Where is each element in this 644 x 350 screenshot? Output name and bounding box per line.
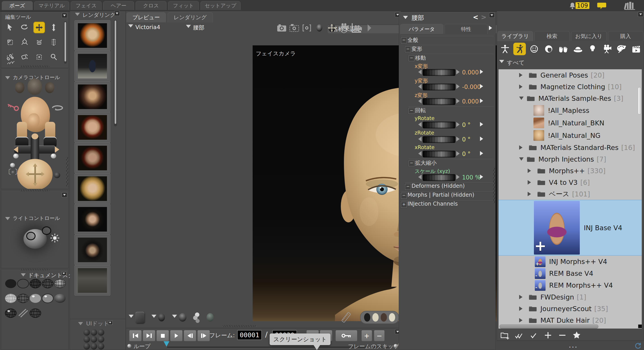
keyframe-button[interactable] (336, 330, 357, 341)
bg-color-black[interactable] (364, 313, 370, 322)
timeline-position-marker[interactable] (164, 341, 170, 350)
render-thumbnail[interactable] (74, 51, 110, 81)
parameter-value[interactable]: 0.000 (462, 69, 479, 76)
dial-decrement[interactable] (418, 122, 422, 127)
taper-tool-button[interactable] (48, 36, 60, 48)
orb-bracket-button[interactable] (300, 23, 313, 33)
single-check-button[interactable] (528, 330, 539, 340)
collapse-toggle[interactable]: − (408, 160, 415, 167)
tree-expand-arrow[interactable] (519, 145, 525, 150)
orbit-ring-icon[interactable] (51, 104, 64, 111)
camera-sphere-dark[interactable] (54, 172, 60, 178)
dial-decrement[interactable] (418, 69, 422, 74)
param-tab-properties[interactable]: 特性 (444, 24, 488, 34)
parameter-value[interactable]: 0 ° (462, 136, 470, 143)
video-camera-diamond-button[interactable] (338, 23, 351, 33)
document-style-11[interactable] (5, 308, 17, 318)
param-tab-parameters[interactable]: パラメータ (400, 24, 443, 34)
view-magnify-tool-button[interactable] (48, 51, 60, 63)
tree-expand-arrow[interactable] (528, 169, 533, 173)
document-style-10[interactable] (54, 293, 66, 303)
parameter-value[interactable]: 0 ° (462, 151, 470, 157)
document-style-9[interactable] (42, 293, 54, 303)
menu-tab-cloth[interactable]: クロス (136, 1, 166, 10)
parameter-dial[interactable] (423, 98, 455, 105)
loop-toggle-knob[interactable] (127, 344, 131, 348)
bg-color-brown[interactable] (381, 313, 387, 322)
tree-horizontal-scrollbar[interactable] (500, 325, 598, 329)
dial-increment[interactable] (456, 137, 460, 142)
parameters-menu-button[interactable] (489, 13, 494, 18)
part-collapse-icon[interactable] (403, 16, 408, 21)
parameter-dial[interactable] (423, 151, 455, 158)
dial-increment[interactable] (456, 151, 460, 156)
light-panel-resize[interactable] (20, 189, 49, 191)
render-thumbnail[interactable] (74, 174, 110, 204)
ui-dot[interactable] (98, 329, 104, 336)
parameter-dial[interactable] (423, 122, 455, 129)
category-pose-button[interactable] (513, 43, 526, 55)
dial-decrement[interactable] (418, 84, 422, 89)
tree-item-!All_Mapless[interactable]: !All_Mapless (498, 104, 642, 117)
render-thumbnail[interactable] (74, 143, 110, 173)
parameter-value[interactable]: 100 % (462, 174, 481, 181)
parameter-menu-arrow[interactable] (480, 99, 483, 103)
sun-light-icon[interactable] (50, 233, 60, 243)
tree-expand-arrow[interactable] (519, 306, 525, 311)
dial-increment[interactable] (456, 84, 460, 89)
parameter-menu-arrow[interactable] (480, 122, 483, 127)
parameter-value[interactable]: -0.000 (462, 84, 481, 90)
ui-dots-menu-button[interactable] (108, 321, 112, 325)
render-thumbnail[interactable] (74, 20, 110, 51)
render-thumbnail[interactable] (74, 235, 110, 265)
part-nav-prev[interactable]: < (473, 13, 478, 21)
render-thumbnail[interactable] (74, 204, 110, 234)
new-folder-button[interactable] (500, 330, 511, 340)
bg-color-light[interactable] (389, 313, 395, 322)
frame-skip-knob[interactable] (394, 344, 398, 348)
ruler-icon[interactable] (341, 312, 352, 323)
library-menu-button[interactable] (638, 12, 643, 17)
render-strip-scrollbar[interactable] (114, 20, 117, 126)
category-scene-button[interactable] (630, 43, 642, 55)
element-style-ball[interactable] (179, 313, 186, 322)
chain-tool-button[interactable] (33, 36, 45, 48)
library-root-selector[interactable]: すべて (499, 59, 525, 67)
part-nav-next[interactable]: > (481, 13, 486, 21)
figure-selector[interactable]: Victoria4 (128, 24, 160, 30)
background-color-selector[interactable] (360, 311, 399, 324)
library-tab-favorites[interactable]: お気に入り (571, 31, 607, 41)
document-style-4[interactable] (42, 279, 54, 289)
light-panel-menu-button[interactable] (62, 192, 67, 197)
tree-folder-MATerials Sample-Res[interactable]: MATerials Sample-Res[3] (498, 93, 642, 104)
menu-tab-fit[interactable]: フィット (168, 1, 199, 10)
document-style-13[interactable] (29, 308, 42, 318)
dial-increment[interactable] (456, 175, 460, 179)
dial-decrement[interactable] (418, 175, 422, 179)
ui-dot[interactable] (91, 336, 97, 343)
add-frames-button[interactable]: + (362, 330, 372, 341)
parameter-dial[interactable] (423, 174, 455, 181)
group-tool-button[interactable] (33, 51, 45, 63)
render-strip-menu-button[interactable] (114, 11, 120, 16)
menu-tab-pose[interactable]: ポーズ (2, 1, 33, 10)
style-balls-cluster-icon[interactable] (192, 312, 205, 323)
parameter-menu-arrow[interactable] (480, 151, 483, 156)
render-thumbnail[interactable] (74, 112, 110, 143)
parameter-dial[interactable] (423, 69, 455, 76)
step-forward-button[interactable] (197, 330, 210, 341)
more-options-dots[interactable]: ... (569, 341, 578, 349)
render-thumbnail[interactable] (74, 265, 110, 296)
last-frame-button[interactable] (143, 330, 155, 341)
dial-increment[interactable] (456, 99, 460, 104)
dial-increment[interactable] (456, 69, 460, 74)
document-style-5[interactable] (54, 279, 66, 289)
select-camera-icon[interactable]: 〔〕 (5, 168, 21, 176)
render-thumbnail[interactable] (74, 82, 110, 112)
tree-folder-V4 to V3[interactable]: V4 to V3[6] (498, 176, 642, 188)
collapse-toggle[interactable]: − (405, 184, 411, 190)
current-frame-field[interactable]: 00001 (237, 330, 262, 340)
library-tab-purchase[interactable]: 購入 (608, 31, 644, 41)
tree-folder-ベース[interactable]: ベース[101] (498, 188, 642, 200)
orb-move-button[interactable] (326, 23, 338, 33)
